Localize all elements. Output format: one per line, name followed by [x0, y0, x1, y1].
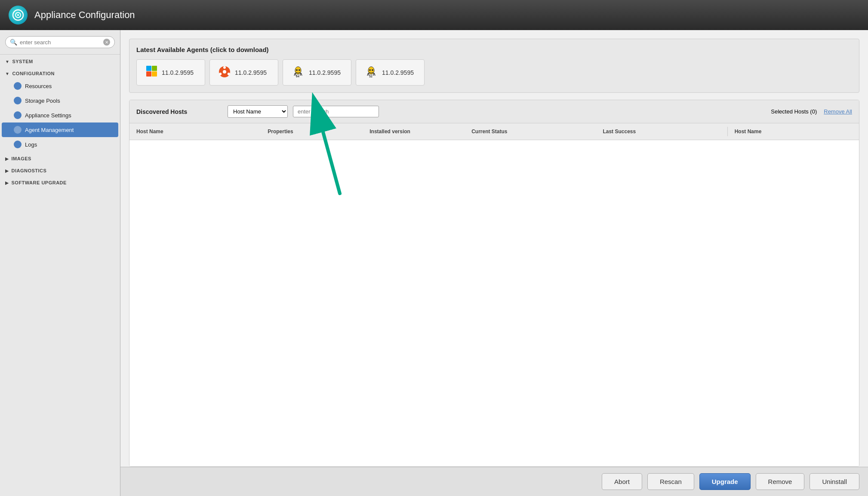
- app-title: Appliance Configuration: [34, 9, 135, 21]
- linux32-icon: 32: [365, 65, 378, 80]
- sidebar-item-storage-pools[interactable]: Storage Pools: [2, 93, 118, 108]
- col-header-selected-host-name: Host Name: [727, 127, 859, 136]
- sidebar-search-container: 🔍 ✕: [0, 30, 120, 55]
- host-search-input[interactable]: [293, 106, 379, 117]
- software-upgrade-chevron-icon: ▶: [5, 181, 9, 185]
- ubuntu-icon: [219, 66, 231, 79]
- sidebar-item-label: Storage Pools: [25, 98, 60, 104]
- sidebar-search-input[interactable]: [20, 39, 101, 46]
- svg-rect-5: [146, 71, 151, 77]
- sidebar-item-logs[interactable]: Logs: [2, 137, 118, 152]
- configuration-chevron-icon: ▼: [5, 71, 9, 76]
- agent-management-panel: Latest Available Agents (click to downlo…: [120, 30, 868, 467]
- selected-hosts-header: Selected Hosts (0) Remove All: [771, 108, 852, 115]
- images-chevron-icon: ▶: [5, 156, 9, 161]
- svg-point-9: [223, 66, 226, 69]
- diagnostics-label: DIAGNOSTICS: [12, 168, 47, 173]
- linux64-icon: 64: [292, 65, 305, 80]
- images-section-header[interactable]: ▶ IMAGES: [0, 152, 120, 164]
- agent-version-ubuntu: 11.0.2.9595: [235, 69, 267, 76]
- remove-button[interactable]: Remove: [756, 473, 805, 490]
- rescan-button[interactable]: Rescan: [647, 473, 694, 490]
- abort-button[interactable]: Abort: [602, 473, 642, 490]
- software-upgrade-section-header[interactable]: ▶ SOFTWARE UPGRADE: [0, 176, 120, 188]
- svg-point-17: [369, 69, 371, 71]
- search-icon: 🔍: [10, 39, 17, 46]
- search-clear-button[interactable]: ✕: [103, 39, 110, 46]
- system-section-header[interactable]: ▼ SYSTEM: [0, 55, 120, 67]
- configuration-section-header[interactable]: ▼ CONFIGURATION: [0, 67, 120, 79]
- storage-pools-dot-icon: [14, 97, 22, 104]
- upgrade-button[interactable]: Upgrade: [699, 473, 751, 490]
- discovered-hosts-title: Discovered Hosts: [136, 108, 222, 115]
- agent-version-linux64: 11.0.2.9595: [309, 69, 341, 76]
- agents-grid: 11.0.2.9595: [136, 59, 852, 86]
- bottom-toolbar: Abort Rescan Upgrade Remove Uninstall: [120, 467, 868, 496]
- col-header-properties: Properties: [261, 127, 363, 136]
- system-label: SYSTEM: [12, 59, 33, 64]
- svg-point-10: [228, 73, 230, 75]
- diagnostics-chevron-icon: ▶: [5, 168, 9, 173]
- sidebar: 🔍 ✕ ▼ SYSTEM ▼ CONFIGURATION Resources S…: [0, 30, 120, 496]
- agent-version-windows: 11.0.2.9595: [162, 69, 194, 76]
- svg-rect-3: [146, 66, 151, 71]
- table-body: [129, 140, 859, 466]
- content: Latest Available Agents (click to downlo…: [120, 30, 868, 496]
- logs-dot-icon: [14, 141, 22, 148]
- col-header-installed-version: Installed version: [363, 127, 465, 136]
- sidebar-item-label: Resources: [25, 83, 52, 89]
- sidebar-item-agent-management[interactable]: Agent Management: [2, 122, 118, 137]
- svg-rect-6: [152, 71, 157, 77]
- app-icon: [9, 6, 28, 24]
- svg-rect-4: [152, 66, 157, 71]
- latest-agents-title: Latest Available Agents (click to downlo…: [136, 46, 852, 53]
- agent-card-windows[interactable]: 11.0.2.9595: [136, 59, 205, 86]
- system-chevron-icon: ▼: [5, 59, 9, 64]
- svg-text:64: 64: [296, 75, 299, 78]
- sidebar-item-appliance-settings[interactable]: Appliance Settings: [2, 108, 118, 122]
- col-header-current-status: Current Status: [465, 127, 596, 136]
- svg-point-18: [372, 69, 373, 71]
- uninstall-button[interactable]: Uninstall: [810, 473, 859, 490]
- agent-card-linux64[interactable]: 64 11.0.2.9595: [283, 59, 351, 86]
- appliance-settings-dot-icon: [14, 111, 22, 119]
- discovered-hosts-header: Discovered Hosts Host Name Selected Host…: [129, 100, 859, 123]
- configuration-label: CONFIGURATION: [12, 71, 55, 76]
- sidebar-item-label: Logs: [25, 141, 37, 148]
- remove-all-button[interactable]: Remove All: [824, 108, 852, 115]
- images-label: IMAGES: [12, 156, 31, 161]
- agent-version-linux32: 11.0.2.9595: [382, 69, 414, 76]
- resources-dot-icon: [14, 82, 22, 90]
- svg-point-2: [17, 14, 19, 16]
- svg-text:32: 32: [369, 75, 372, 78]
- selected-hosts-title: Selected Hosts (0): [771, 108, 817, 115]
- svg-point-11: [219, 73, 222, 75]
- windows-icon: [145, 65, 157, 80]
- agent-card-linux32[interactable]: 32 11.0.2.9595: [356, 59, 425, 86]
- discovered-hosts-section: Discovered Hosts Host Name Selected Host…: [129, 100, 859, 467]
- sidebar-item-resources[interactable]: Resources: [2, 79, 118, 93]
- main-layout: 🔍 ✕ ▼ SYSTEM ▼ CONFIGURATION Resources S…: [0, 30, 868, 496]
- col-header-host-name: Host Name: [129, 127, 261, 136]
- titlebar: Appliance Configuration: [0, 0, 868, 30]
- svg-point-14: [299, 69, 300, 71]
- content-wrapper: Latest Available Agents (click to downlo…: [120, 30, 868, 496]
- diagnostics-section-header[interactable]: ▶ DIAGNOSTICS: [0, 164, 120, 176]
- svg-point-13: [296, 69, 298, 71]
- host-filter-select[interactable]: Host Name: [228, 105, 288, 118]
- latest-agents-section: Latest Available Agents (click to downlo…: [129, 39, 859, 93]
- agent-management-dot-icon: [14, 126, 22, 134]
- sidebar-item-label: Agent Management: [25, 127, 74, 133]
- svg-point-8: [222, 70, 227, 74]
- col-header-last-success: Last Success: [596, 127, 727, 136]
- table-header-row: Host Name Properties Installed version C…: [129, 123, 859, 140]
- sidebar-item-label: Appliance Settings: [25, 112, 71, 119]
- software-upgrade-label: SOFTWARE UPGRADE: [12, 180, 67, 185]
- agent-card-ubuntu[interactable]: 11.0.2.9595: [209, 59, 278, 86]
